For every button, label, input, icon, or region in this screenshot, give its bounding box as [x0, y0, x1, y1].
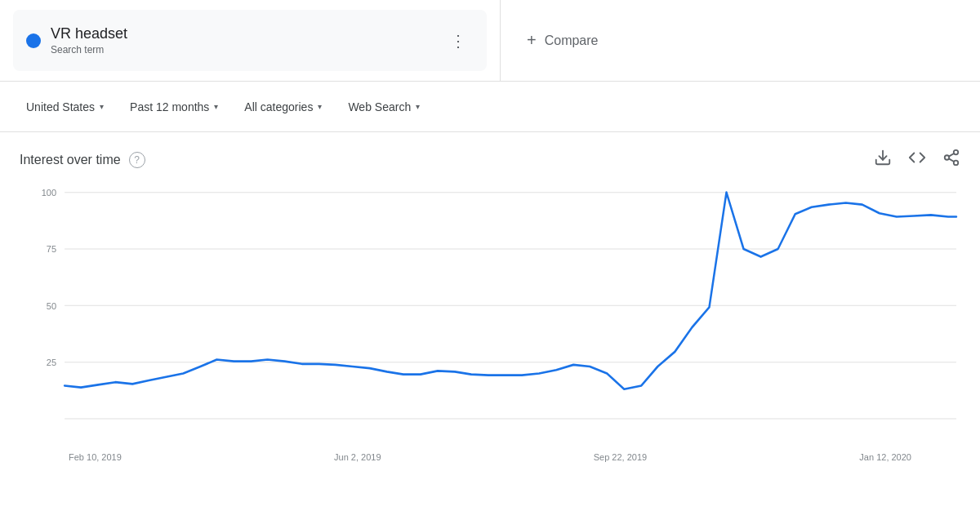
svg-text:100: 100 — [42, 188, 56, 198]
blue-dot-indicator — [26, 33, 41, 48]
svg-line-4 — [949, 158, 954, 162]
chart-section: Interest over time ? — [0, 132, 980, 470]
region-filter[interactable]: United States ▾ — [16, 94, 114, 120]
chart-title-area: Interest over time ? — [20, 152, 145, 168]
category-filter[interactable]: All categories ▾ — [234, 94, 332, 120]
chart-actions — [874, 149, 960, 171]
more-options-button[interactable]: ⋮ — [443, 28, 474, 54]
x-label-jun: Jun 2, 2019 — [334, 452, 381, 462]
search-type-label: Web Search — [348, 100, 411, 113]
search-type-filter[interactable]: Web Search ▾ — [338, 94, 430, 120]
svg-text:50: 50 — [47, 300, 56, 310]
term-name: VR headset — [51, 25, 127, 42]
help-question-mark: ? — [134, 154, 140, 166]
region-chevron: ▾ — [100, 102, 104, 111]
chart-line — [65, 193, 956, 389]
compare-section[interactable]: + Compare — [500, 0, 980, 81]
svg-text:75: 75 — [47, 244, 56, 254]
x-label-jan: Jan 12, 2020 — [859, 452, 911, 462]
x-label-sep: Sep 22, 2019 — [594, 452, 647, 462]
compare-plus-icon: + — [527, 31, 537, 50]
search-type-chevron: ▾ — [416, 102, 420, 111]
chart-title: Interest over time — [20, 153, 121, 167]
category-label: All categories — [244, 100, 313, 113]
svg-text:25: 25 — [47, 358, 56, 367]
chart-container: 100 75 50 25 Feb 10, 2019 Jun 2, 2019 Se… — [20, 184, 960, 462]
chart-header: Interest over time ? — [20, 149, 960, 171]
term-type: Search term — [51, 44, 127, 56]
time-range-label: Past 12 months — [130, 100, 209, 113]
interest-chart: 100 75 50 25 — [20, 184, 960, 445]
search-term-info: VR headset Search term — [51, 25, 127, 56]
x-axis-labels: Feb 10, 2019 Jun 2, 2019 Sep 22, 2019 Ja… — [20, 447, 960, 462]
x-label-feb: Feb 10, 2019 — [69, 452, 122, 462]
help-icon[interactable]: ? — [129, 152, 145, 168]
search-term-card: VR headset Search term ⋮ — [13, 10, 487, 71]
category-chevron: ▾ — [318, 102, 322, 111]
time-range-chevron: ▾ — [214, 102, 218, 111]
filter-bar: United States ▾ Past 12 months ▾ All cat… — [0, 82, 980, 132]
compare-label: Compare — [545, 33, 599, 48]
share-icon[interactable] — [942, 149, 960, 171]
header-bar: VR headset Search term ⋮ + Compare — [0, 0, 980, 82]
search-term-left: VR headset Search term — [26, 25, 127, 56]
download-icon[interactable] — [874, 149, 892, 171]
region-label: United States — [26, 100, 95, 113]
time-range-filter[interactable]: Past 12 months ▾ — [120, 94, 228, 120]
embed-icon[interactable] — [908, 149, 926, 171]
svg-line-5 — [949, 153, 954, 157]
